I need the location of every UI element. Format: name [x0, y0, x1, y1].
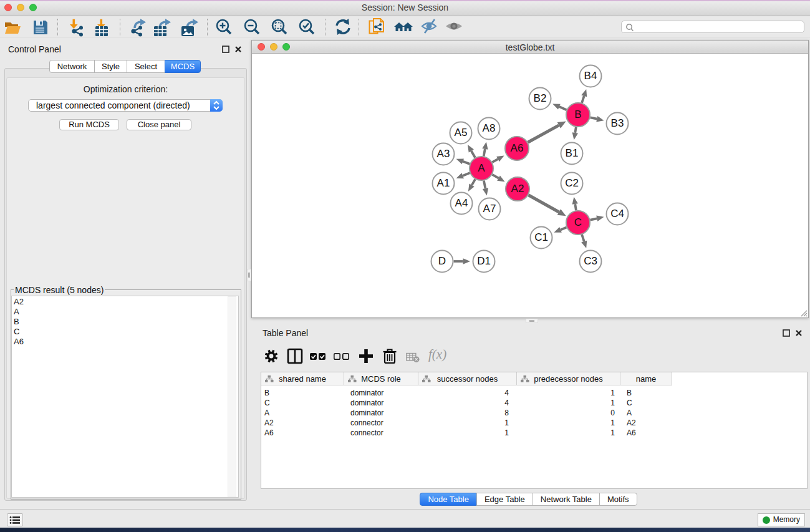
svg-text:A2: A2: [511, 183, 524, 195]
svg-text:A7: A7: [483, 203, 496, 215]
svg-text:C1: C1: [534, 231, 548, 243]
svg-text:A4: A4: [455, 197, 468, 209]
svg-text:C4: C4: [610, 208, 624, 220]
svg-text:A6: A6: [511, 142, 524, 154]
svg-text:B4: B4: [584, 70, 597, 82]
svg-text:B2: B2: [534, 92, 547, 104]
svg-text:C: C: [574, 216, 582, 228]
svg-text:A1: A1: [437, 177, 450, 189]
svg-text:B: B: [574, 109, 581, 120]
svg-text:D: D: [438, 255, 446, 267]
svg-text:D1: D1: [477, 255, 491, 267]
svg-text:A8: A8: [483, 122, 496, 134]
svg-text:B1: B1: [566, 147, 579, 159]
svg-text:A: A: [478, 162, 485, 174]
svg-text:A5: A5: [455, 127, 468, 138]
svg-text:C3: C3: [584, 255, 597, 267]
svg-text:B3: B3: [611, 117, 624, 129]
svg-text:A3: A3: [437, 148, 450, 160]
svg-text:C2: C2: [565, 177, 579, 189]
